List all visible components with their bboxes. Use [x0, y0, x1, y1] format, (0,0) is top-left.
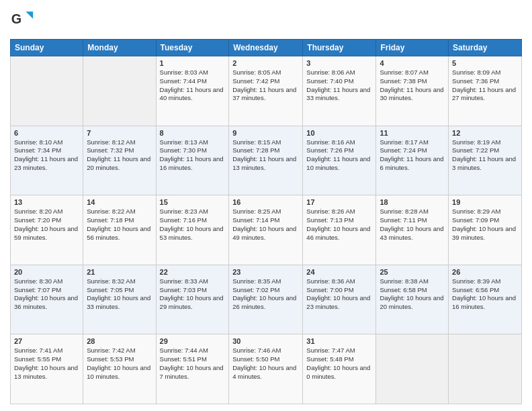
calendar-cell: [83, 56, 156, 126]
weekday-header-row: SundayMondayTuesdayWednesdayThursdayFrid…: [11, 40, 522, 56]
calendar-cell: 21Sunrise: 8:32 AM Sunset: 7:05 PM Dayli…: [83, 265, 156, 334]
day-info: Sunrise: 7:42 AM Sunset: 5:53 PM Dayligh…: [87, 347, 152, 381]
day-number: 4: [380, 59, 445, 67]
calendar-table: SundayMondayTuesdayWednesdayThursdayFrid…: [10, 39, 522, 404]
calendar-cell: [376, 334, 449, 404]
day-info: Sunrise: 8:05 AM Sunset: 7:42 PM Dayligh…: [232, 68, 299, 103]
calendar-cell: 25Sunrise: 8:38 AM Sunset: 6:58 PM Dayli…: [376, 265, 449, 334]
day-info: Sunrise: 8:23 AM Sunset: 7:16 PM Dayligh…: [160, 208, 226, 242]
day-number: 6: [14, 129, 79, 137]
calendar-cell: 26Sunrise: 8:39 AM Sunset: 6:56 PM Dayli…: [449, 265, 522, 334]
calendar-body: 1Sunrise: 8:03 AM Sunset: 7:44 PM Daylig…: [11, 56, 522, 404]
logo-icon: G: [10, 7, 34, 34]
calendar-cell: 1Sunrise: 8:03 AM Sunset: 7:44 PM Daylig…: [156, 56, 229, 126]
day-info: Sunrise: 8:15 AM Sunset: 7:28 PM Dayligh…: [232, 138, 299, 173]
day-number: 8: [160, 129, 226, 137]
calendar-cell: [11, 56, 83, 126]
logo: G: [10, 7, 37, 34]
day-number: 17: [306, 198, 372, 206]
day-info: Sunrise: 8:06 AM Sunset: 7:40 PM Dayligh…: [306, 68, 372, 103]
day-number: 1: [160, 59, 226, 67]
calendar-cell: 14Sunrise: 8:22 AM Sunset: 7:18 PM Dayli…: [83, 195, 156, 265]
calendar-week-row: 13Sunrise: 8:20 AM Sunset: 7:20 PM Dayli…: [11, 195, 522, 265]
day-number: 9: [232, 129, 299, 137]
day-number: 24: [306, 268, 372, 276]
day-info: Sunrise: 7:47 AM Sunset: 5:48 PM Dayligh…: [306, 347, 372, 381]
day-number: 2: [232, 59, 299, 67]
calendar-cell: 13Sunrise: 8:20 AM Sunset: 7:20 PM Dayli…: [11, 195, 83, 265]
day-number: 13: [14, 198, 79, 206]
calendar-cell: [449, 334, 522, 404]
day-info: Sunrise: 8:32 AM Sunset: 7:05 PM Dayligh…: [87, 277, 152, 312]
day-number: 21: [87, 268, 152, 276]
day-info: Sunrise: 8:13 AM Sunset: 7:30 PM Dayligh…: [160, 138, 226, 173]
calendar-cell: 7Sunrise: 8:12 AM Sunset: 7:32 PM Daylig…: [83, 126, 156, 195]
svg-marker-1: [26, 11, 33, 19]
day-number: 10: [306, 129, 372, 137]
day-info: Sunrise: 8:38 AM Sunset: 6:58 PM Dayligh…: [380, 277, 445, 312]
day-number: 20: [14, 268, 79, 276]
calendar-cell: 20Sunrise: 8:30 AM Sunset: 7:07 PM Dayli…: [11, 265, 83, 334]
day-number: 22: [160, 268, 226, 276]
day-info: Sunrise: 8:09 AM Sunset: 7:36 PM Dayligh…: [452, 68, 518, 103]
day-number: 3: [306, 59, 372, 67]
day-info: Sunrise: 8:26 AM Sunset: 7:13 PM Dayligh…: [306, 208, 372, 242]
day-info: Sunrise: 8:03 AM Sunset: 7:44 PM Dayligh…: [160, 68, 226, 103]
header: G: [10, 7, 522, 34]
day-info: Sunrise: 8:30 AM Sunset: 7:07 PM Dayligh…: [14, 277, 79, 312]
weekday-header-cell: Sunday: [11, 40, 83, 56]
calendar-cell: 19Sunrise: 8:29 AM Sunset: 7:09 PM Dayli…: [449, 195, 522, 265]
weekday-header-cell: Saturday: [449, 40, 522, 56]
calendar-week-row: 6Sunrise: 8:10 AM Sunset: 7:34 PM Daylig…: [11, 126, 522, 195]
day-number: 5: [452, 59, 518, 67]
day-number: 30: [232, 337, 299, 345]
calendar-cell: 9Sunrise: 8:15 AM Sunset: 7:28 PM Daylig…: [229, 126, 303, 195]
svg-text:G: G: [11, 11, 21, 26]
day-number: 18: [380, 198, 445, 206]
calendar-cell: 16Sunrise: 8:25 AM Sunset: 7:14 PM Dayli…: [229, 195, 303, 265]
day-info: Sunrise: 8:16 AM Sunset: 7:26 PM Dayligh…: [306, 138, 372, 173]
day-info: Sunrise: 8:39 AM Sunset: 6:56 PM Dayligh…: [452, 277, 518, 312]
day-info: Sunrise: 8:33 AM Sunset: 7:03 PM Dayligh…: [160, 277, 226, 312]
day-info: Sunrise: 8:19 AM Sunset: 7:22 PM Dayligh…: [452, 138, 518, 173]
calendar-cell: 10Sunrise: 8:16 AM Sunset: 7:26 PM Dayli…: [303, 126, 376, 195]
day-info: Sunrise: 8:07 AM Sunset: 7:38 PM Dayligh…: [380, 68, 445, 103]
calendar-cell: 11Sunrise: 8:17 AM Sunset: 7:24 PM Dayli…: [376, 126, 449, 195]
day-info: Sunrise: 8:12 AM Sunset: 7:32 PM Dayligh…: [87, 138, 152, 173]
day-info: Sunrise: 8:35 AM Sunset: 7:02 PM Dayligh…: [232, 277, 299, 312]
calendar-week-row: 27Sunrise: 7:41 AM Sunset: 5:55 PM Dayli…: [11, 334, 522, 404]
day-info: Sunrise: 8:28 AM Sunset: 7:11 PM Dayligh…: [380, 208, 445, 242]
day-number: 26: [452, 268, 518, 276]
calendar-cell: 5Sunrise: 8:09 AM Sunset: 7:36 PM Daylig…: [449, 56, 522, 126]
day-number: 31: [306, 337, 372, 345]
weekday-header-cell: Wednesday: [229, 40, 303, 56]
day-number: 12: [452, 129, 518, 137]
day-info: Sunrise: 8:25 AM Sunset: 7:14 PM Dayligh…: [232, 208, 299, 242]
day-info: Sunrise: 8:36 AM Sunset: 7:00 PM Dayligh…: [306, 277, 372, 312]
calendar-cell: 4Sunrise: 8:07 AM Sunset: 7:38 PM Daylig…: [376, 56, 449, 126]
calendar-cell: 22Sunrise: 8:33 AM Sunset: 7:03 PM Dayli…: [156, 265, 229, 334]
weekday-header-cell: Thursday: [303, 40, 376, 56]
calendar-cell: 17Sunrise: 8:26 AM Sunset: 7:13 PM Dayli…: [303, 195, 376, 265]
day-number: 15: [160, 198, 226, 206]
day-info: Sunrise: 8:17 AM Sunset: 7:24 PM Dayligh…: [380, 138, 445, 173]
calendar-cell: 2Sunrise: 8:05 AM Sunset: 7:42 PM Daylig…: [229, 56, 303, 126]
day-info: Sunrise: 8:22 AM Sunset: 7:18 PM Dayligh…: [87, 208, 152, 242]
day-number: 28: [87, 337, 152, 345]
calendar-cell: 12Sunrise: 8:19 AM Sunset: 7:22 PM Dayli…: [449, 126, 522, 195]
weekday-header-cell: Friday: [376, 40, 449, 56]
day-number: 14: [87, 198, 152, 206]
calendar-cell: 31Sunrise: 7:47 AM Sunset: 5:48 PM Dayli…: [303, 334, 376, 404]
day-number: 11: [380, 129, 445, 137]
calendar-cell: 28Sunrise: 7:42 AM Sunset: 5:53 PM Dayli…: [83, 334, 156, 404]
day-number: 19: [452, 198, 518, 206]
calendar-cell: 18Sunrise: 8:28 AM Sunset: 7:11 PM Dayli…: [376, 195, 449, 265]
day-info: Sunrise: 8:20 AM Sunset: 7:20 PM Dayligh…: [14, 208, 79, 242]
calendar-cell: 3Sunrise: 8:06 AM Sunset: 7:40 PM Daylig…: [303, 56, 376, 126]
day-number: 27: [14, 337, 79, 345]
calendar-week-row: 20Sunrise: 8:30 AM Sunset: 7:07 PM Dayli…: [11, 265, 522, 334]
calendar-cell: 24Sunrise: 8:36 AM Sunset: 7:00 PM Dayli…: [303, 265, 376, 334]
day-number: 7: [87, 129, 152, 137]
calendar-cell: 27Sunrise: 7:41 AM Sunset: 5:55 PM Dayli…: [11, 334, 83, 404]
weekday-header-cell: Monday: [83, 40, 156, 56]
